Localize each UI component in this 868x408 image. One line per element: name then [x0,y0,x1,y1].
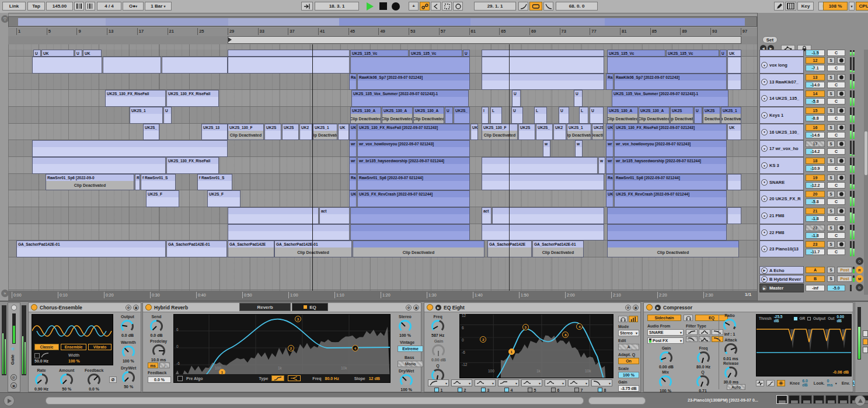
clip-body[interactable] [350,147,356,156]
arm-button[interactable] [837,57,845,64]
eq-point-4[interactable]: 4 [352,345,358,351]
save-preset-icon[interactable]: ▣ [633,305,639,311]
clip-title[interactable]: UK2S_130_FX_RiseFall [106,90,165,97]
rate-knob[interactable] [35,374,48,386]
arrangement-position-field[interactable]: 18. 3. 1 [315,2,359,11]
comp-title-bar[interactable]: ▶ Compressor [644,303,853,312]
send-knob[interactable] [150,320,163,333]
clip[interactable] [727,207,741,224]
clip[interactable]: wr_br135_hayseedworship [2022-09-07 0212… [614,157,727,174]
clip-title[interactable]: UK2S [283,124,298,131]
scale-value[interactable]: 100 % [618,372,639,378]
clip[interactable]: w [575,140,583,157]
clip[interactable]: UK2S [282,124,299,140]
clip-title[interactable] [608,208,726,214]
out-gain-value[interactable]: -3.75 dB [618,385,639,392]
clip[interactable] [607,57,727,74]
clip[interactable]: U [33,50,41,57]
clip[interactable]: UK [606,124,613,140]
track-number[interactable]: 16 [806,124,825,131]
master-volume-left[interactable]: -inf [806,285,825,291]
clip[interactable]: U [720,50,727,57]
clip-title[interactable]: Ra [606,175,613,181]
clip[interactable]: UK2SClip Deactivated [592,124,604,140]
stop-button[interactable] [379,2,387,10]
auto-release-toggle[interactable]: Auto [727,384,745,390]
attack-knob[interactable] [724,343,737,356]
clip[interactable] [482,50,604,57]
clip[interactable] [727,174,741,190]
return-track-header[interactable]: ▶A EchoASPost [758,266,864,274]
clip[interactable] [482,57,604,74]
clip-body[interactable]: Clip Deactivated [608,114,637,123]
clip-title[interactable]: U [75,50,82,57]
pan-value[interactable]: C [827,249,845,255]
clip[interactable]: UK2S_130_AClip Deactivated [639,107,670,124]
track-name[interactable]: ▾21 FM8 [759,207,804,224]
clip-body[interactable] [358,197,469,207]
clip-title[interactable]: Ra [606,74,613,81]
clip[interactable]: UK2S [264,124,281,140]
clip[interactable]: UK2S_130_AClip Deactivated [350,107,381,124]
solo-button[interactable]: S [827,208,835,214]
clip-body[interactable] [612,97,728,106]
clip[interactable]: UK2S_FX_RevCrash [2022-09-07 021244] [614,190,727,207]
clip[interactable]: wr [606,157,613,174]
clip[interactable]: UK [83,50,102,57]
preview-play-button[interactable] [4,395,15,406]
width-value[interactable]: 100 % [68,359,80,363]
clip[interactable]: UK2S_135_Vox_Summer [2022-09-07 021243]-… [612,90,728,107]
clip-body[interactable]: Clip Deactivated [639,114,669,123]
clip[interactable]: Clip Deactivated [353,240,484,257]
clip-title[interactable]: RawSnr01_Sp6 [2022-09-07 021244] [358,175,469,181]
device-on-toggle[interactable] [11,305,17,311]
clip-body[interactable] [17,247,165,257]
clip-body[interactable] [554,131,566,140]
clip-body[interactable] [208,197,240,207]
clip-title[interactable]: UK [606,191,613,197]
beat-time-ruler[interactable]: 1591317212529333741454953576165697377818… [8,27,757,37]
nudge-down-button[interactable] [74,2,84,11]
time-signature-field[interactable]: 4 / 4 [97,2,121,11]
clip[interactable]: wr [606,140,613,157]
clip-title[interactable]: UK2S_FX_RevCrash [2022-09-07 021244] [615,191,726,197]
filter-type-split-button[interactable] [288,375,301,381]
clip[interactable]: wr [349,140,357,157]
knob-value[interactable]: 0.0 % [89,387,99,392]
clip[interactable] [727,57,741,74]
clip-title[interactable]: UK2S_ [144,124,159,131]
clip[interactable]: U [75,50,82,57]
clip-body[interactable] [580,114,588,123]
chorus-display[interactable]: Classic Ensemble Vibrato 50.0 Hz Width 1… [32,314,113,365]
mode-vibrato[interactable]: Vibrato [88,344,111,350]
clip-title[interactable]: wr_br135_hayseedworship [2022-09-07 0212… [358,158,469,164]
clip[interactable]: f RawSnr01_S [197,174,232,190]
clip-body[interactable] [228,247,274,257]
clip[interactable]: UK2S_13 [201,124,228,140]
clip-body[interactable] [543,147,550,156]
clip-title[interactable] [482,158,597,164]
clip-title[interactable]: UK [728,50,741,57]
clip-title[interactable] [228,225,349,231]
clip[interactable] [607,224,727,240]
clip[interactable]: UK2S_F [207,190,240,207]
clip-body[interactable] [615,164,726,173]
clip-title[interactable]: act [482,208,491,214]
clip-body[interactable] [103,57,161,73]
clip-title[interactable]: UK2S_1 [313,124,337,131]
clip-title[interactable]: Ra [350,74,356,81]
clip-body[interactable] [358,147,469,156]
clip-body[interactable] [33,57,102,73]
gr-swatch[interactable] [794,317,797,320]
freq-knob[interactable] [697,351,710,364]
device-thumbnail[interactable] [801,395,812,404]
clip-body[interactable] [167,164,218,173]
track-number[interactable]: 13 [806,74,825,81]
hot-swap-icon[interactable]: ⊘ [126,305,131,311]
solo-button[interactable]: S [827,141,835,147]
clip-body[interactable] [608,214,726,224]
clip[interactable]: UK [349,190,357,207]
track-name[interactable]: ▾14 UK2S_135_ [759,90,804,107]
volume-value[interactable]: -10.9 [806,165,825,172]
clip-title[interactable]: GA_SacherPad142E-01 [17,241,165,247]
